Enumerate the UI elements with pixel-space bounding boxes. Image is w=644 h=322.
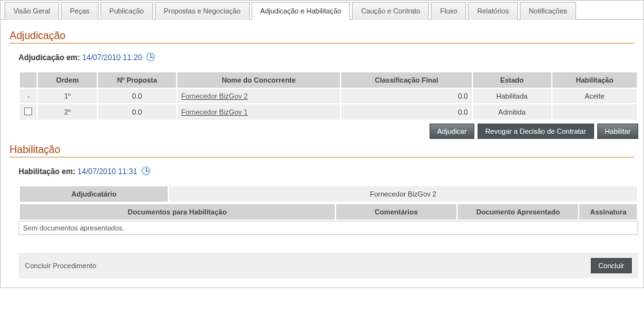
clock-icon[interactable] bbox=[141, 166, 150, 175]
cell-nome[interactable]: Fornecedor BizGov 2 bbox=[177, 89, 340, 103]
col-adjudicatario: Adjudicatário bbox=[20, 186, 168, 202]
cell-ordem: 2º bbox=[38, 104, 97, 120]
footer-label: Concluir Procedimento bbox=[25, 262, 96, 270]
tab-3[interactable]: Propostas e Negociação bbox=[155, 2, 250, 20]
clock-icon[interactable] bbox=[146, 52, 155, 61]
col-docs: Documentos para Habilitação bbox=[20, 204, 335, 220]
tab-2[interactable]: Publicação bbox=[101, 2, 153, 20]
col-sel bbox=[20, 72, 36, 88]
adjudicacao-meta-label: Adjudicação em: bbox=[19, 53, 80, 62]
habilitacao-meta-date[interactable]: 14/07/2010 11:31 bbox=[77, 167, 137, 176]
cell-select[interactable] bbox=[20, 104, 36, 120]
adjudicar-button[interactable]: Adjudicar bbox=[430, 124, 474, 139]
table-row: 2º0.0Fornecedor BizGov 10.0Admitida bbox=[20, 104, 637, 120]
cell-fornecedor: Fornecedor BizGov 2 bbox=[169, 186, 637, 202]
revogar-button[interactable]: Revogar a Decisão de Contratar bbox=[478, 124, 594, 139]
cell-proposta: 0.0 bbox=[98, 89, 176, 103]
no-documents-message: Sem documentos apresentados. bbox=[19, 221, 638, 235]
cell-habilitacao bbox=[552, 104, 637, 120]
tab-1[interactable]: Peças bbox=[61, 2, 99, 20]
tab-8[interactable]: Notificações bbox=[520, 2, 576, 20]
section-title-adjudicacao: Adjudicação bbox=[10, 30, 634, 42]
cell-estado: Habilitada bbox=[473, 89, 551, 103]
cell-habilitacao: Aceite bbox=[552, 89, 637, 103]
habilitacao-meta-label: Habilitação em: bbox=[19, 167, 76, 176]
tabs: Visão GeralPeçasPublicaçãoPropostas e Ne… bbox=[1, 1, 643, 20]
habilitar-button[interactable]: Habilitar bbox=[597, 124, 638, 139]
cell-proposta: 0.0 bbox=[98, 104, 176, 120]
cell-select: - bbox=[20, 89, 36, 103]
tab-7[interactable]: Relatórios bbox=[468, 2, 518, 20]
cell-estado: Admitida bbox=[473, 104, 551, 120]
col-assinatura: Assinatura bbox=[579, 204, 637, 220]
concluir-button[interactable]: Concluir bbox=[591, 258, 632, 273]
col-estado: Estado bbox=[473, 72, 551, 88]
col-ordem: Ordem bbox=[38, 72, 97, 88]
col-nome: Nome do Concorrente bbox=[177, 72, 340, 88]
col-habilitacao: Habilitação bbox=[552, 72, 637, 88]
adjudicacao-meta-date[interactable]: 14/07/2010 11:20 bbox=[82, 53, 141, 62]
tab-0[interactable]: Visão Geral bbox=[4, 2, 59, 20]
cell-ordem: 1º bbox=[38, 89, 97, 103]
col-proposta: Nº Proposta bbox=[98, 72, 176, 88]
col-comentarios: Comentários bbox=[336, 204, 456, 220]
tab-4[interactable]: Adjudicação e Habilitação bbox=[252, 2, 351, 20]
cell-classificacao: 0.0 bbox=[341, 104, 471, 120]
cell-nome[interactable]: Fornecedor BizGov 1 bbox=[177, 104, 340, 120]
section-title-habilitacao: Habilitação bbox=[10, 144, 634, 156]
col-classificacao: Classificação Final bbox=[341, 72, 471, 88]
tab-6[interactable]: Fluxo bbox=[431, 2, 466, 20]
tab-5[interactable]: Caução e Contrato bbox=[352, 2, 429, 20]
cell-classificacao: 0.0 bbox=[341, 89, 471, 103]
col-apresentado: Documento Apresentado bbox=[458, 204, 578, 220]
checkbox[interactable] bbox=[24, 108, 32, 115]
table-row: -1º0.0Fornecedor BizGov 20.0HabilitadaAc… bbox=[20, 89, 637, 103]
